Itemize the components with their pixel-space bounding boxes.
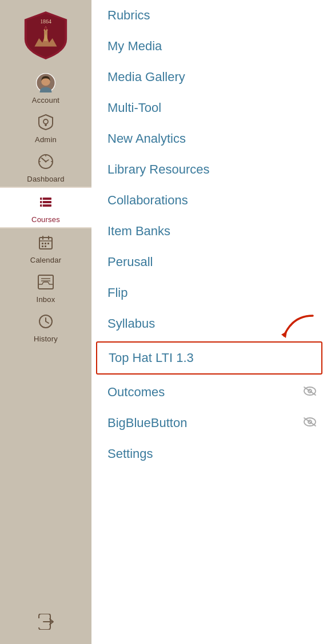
svg-rect-17 <box>40 204 51 207</box>
svg-rect-1 <box>44 30 47 41</box>
main-content: Rubrics My Media Media Gallery Multi-Too… <box>91 0 327 644</box>
nav-item-my-media[interactable]: My Media <box>91 31 327 62</box>
nav-item-item-banks[interactable]: Item Banks <box>91 216 327 247</box>
history-label: History <box>34 335 58 343</box>
svg-point-11 <box>45 161 47 163</box>
logout-icon <box>36 612 55 631</box>
account-label: Account <box>32 96 59 104</box>
svg-rect-26 <box>42 245 43 247</box>
svg-text:1864: 1864 <box>40 18 51 25</box>
svg-rect-24 <box>45 243 46 244</box>
courses-icon <box>36 192 55 212</box>
nav-item-settings[interactable]: Settings <box>91 438 327 469</box>
avatar <box>36 73 55 92</box>
admin-label: Admin <box>35 135 57 144</box>
nav-item-media-gallery[interactable]: Media Gallery <box>91 62 327 92</box>
sidebar-item-account[interactable]: Account <box>0 69 91 108</box>
hidden-icon-bigbluebutton[interactable] <box>303 416 317 430</box>
nav-item-multi-tool[interactable]: Multi-Tool <box>91 92 327 123</box>
history-icon <box>36 312 55 331</box>
nav-list: Rubrics My Media Media Gallery Multi-Too… <box>91 0 327 469</box>
courses-label: Courses <box>31 215 60 224</box>
nav-item-rubrics[interactable]: Rubrics <box>91 0 327 31</box>
hidden-icon-outcomes[interactable] <box>303 385 317 400</box>
university-logo[interactable]: 1864 <box>0 0 91 69</box>
nav-item-top-hat-lti[interactable]: Top Hat LTI 1.3 <box>96 341 322 375</box>
nav-item-syllabus[interactable]: Syllabus <box>91 308 327 339</box>
sidebar-item-inbox[interactable]: Inbox <box>0 268 91 307</box>
inbox-icon <box>36 272 55 292</box>
svg-rect-25 <box>47 243 49 244</box>
calendar-label: Calendar <box>30 256 61 264</box>
svg-rect-27 <box>45 245 46 247</box>
calendar-icon <box>36 233 55 252</box>
nav-item-perusall[interactable]: Perusall <box>91 247 327 277</box>
sidebar-item-dashboard[interactable]: Dashboard <box>0 147 91 187</box>
nav-item-outcomes[interactable]: Outcomes <box>91 377 327 408</box>
red-arrow-annotation <box>276 313 316 345</box>
svg-rect-15 <box>40 198 51 200</box>
inbox-label: Inbox <box>37 295 55 304</box>
svg-marker-34 <box>281 331 287 338</box>
shield-key-icon <box>36 112 55 132</box>
svg-rect-4 <box>44 28 47 29</box>
sidebar: 1864 Account <box>0 0 91 644</box>
nav-item-bigbluebutton[interactable]: BigBlueButton <box>91 408 327 438</box>
sidebar-item-courses[interactable]: Courses <box>0 187 91 228</box>
nav-item-flip[interactable]: Flip <box>91 277 327 308</box>
dashboard-icon <box>36 152 55 171</box>
sidebar-item-logout[interactable] <box>0 607 91 644</box>
nav-item-new-analytics[interactable]: New Analytics <box>91 123 327 154</box>
sidebar-item-history[interactable]: History <box>0 307 91 347</box>
dashboard-label: Dashboard <box>27 175 64 183</box>
sidebar-item-admin[interactable]: Admin <box>0 108 91 147</box>
sidebar-item-calendar[interactable]: Calendar <box>0 228 91 268</box>
svg-point-7 <box>43 119 48 124</box>
nav-item-library-resources[interactable]: Library Resources <box>91 154 327 185</box>
nav-item-collaborations[interactable]: Collaborations <box>91 185 327 216</box>
svg-rect-16 <box>40 201 51 203</box>
svg-rect-23 <box>42 243 43 244</box>
